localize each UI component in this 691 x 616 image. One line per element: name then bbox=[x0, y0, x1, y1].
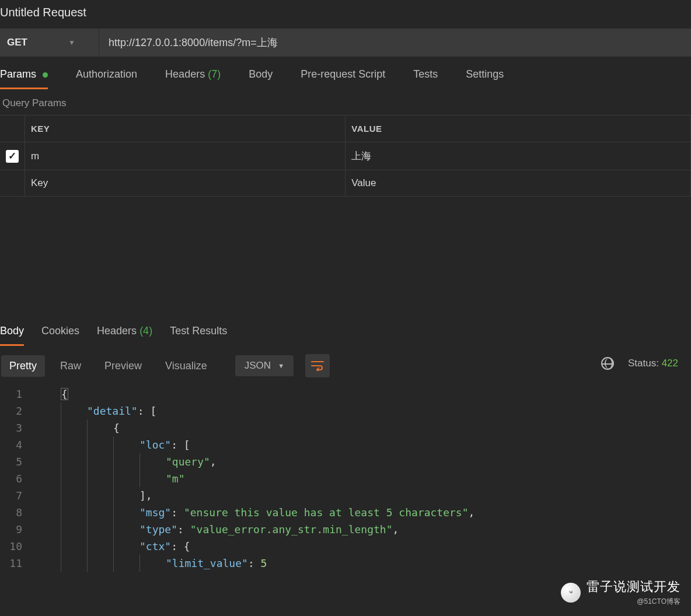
method-label: GET bbox=[7, 37, 27, 48]
row-checkbox[interactable]: ✓ bbox=[6, 150, 19, 163]
col-value: VALUE bbox=[346, 116, 691, 142]
resp-headers-count: (4) bbox=[139, 325, 152, 337]
view-visualize[interactable]: Visualize bbox=[165, 360, 207, 372]
resp-tab-headers[interactable]: Headers (4) bbox=[97, 325, 152, 344]
table-header-row: KEY VALUE bbox=[0, 116, 691, 142]
line-number: 3 bbox=[0, 419, 35, 436]
watermark-sub: @51CTO博客 bbox=[587, 597, 680, 607]
status-label: Status: bbox=[628, 358, 659, 369]
request-title: Untitled Request bbox=[0, 0, 691, 29]
param-key[interactable]: m bbox=[25, 142, 346, 170]
param-value[interactable]: 上海 bbox=[346, 142, 691, 170]
line-number: 10 bbox=[0, 538, 35, 555]
tab-body[interactable]: Body bbox=[249, 68, 273, 88]
line-number: 6 bbox=[0, 470, 35, 487]
line-number: 1 bbox=[0, 386, 35, 402]
wrap-lines-button[interactable] bbox=[305, 354, 330, 377]
format-select[interactable]: JSON ▼ bbox=[235, 355, 294, 376]
wrap-icon bbox=[311, 360, 324, 371]
tab-settings[interactable]: Settings bbox=[466, 68, 504, 88]
table-row[interactable]: ✓ m 上海 bbox=[0, 142, 691, 170]
response-body[interactable]: 1{ 2"detail": [ 3{ 4"loc": [ 5"query", 6… bbox=[0, 383, 691, 572]
chevron-down-icon: ▼ bbox=[278, 362, 284, 369]
col-key: KEY bbox=[25, 116, 346, 142]
response-tabs: Body Cookies Headers (4) Test Results bbox=[0, 313, 691, 346]
tab-params[interactable]: Params bbox=[0, 68, 48, 89]
resp-tab-body[interactable]: Body bbox=[0, 325, 24, 346]
method-select[interactable]: GET ▼ bbox=[0, 29, 99, 57]
line-number: 7 bbox=[0, 487, 35, 504]
response-status: Status: 422 bbox=[601, 357, 678, 370]
wechat-icon: ༄ bbox=[561, 583, 581, 603]
table-row-empty[interactable]: Key Value bbox=[0, 170, 691, 197]
line-number: 5 bbox=[0, 453, 35, 470]
tab-tests[interactable]: Tests bbox=[413, 68, 438, 88]
watermark-text: 雷子说测试开发 bbox=[587, 579, 680, 594]
query-params-label: Query Params bbox=[0, 89, 691, 115]
param-key-placeholder[interactable]: Key bbox=[25, 170, 346, 197]
resp-tab-headers-label: Headers bbox=[97, 325, 137, 337]
resp-tab-test-results[interactable]: Test Results bbox=[170, 325, 227, 344]
watermark: ༄ 雷子说测试开发 @51CTO博客 bbox=[561, 578, 680, 607]
line-number: 4 bbox=[0, 436, 35, 453]
globe-icon[interactable] bbox=[601, 357, 614, 370]
view-raw[interactable]: Raw bbox=[60, 360, 81, 372]
param-value-placeholder[interactable]: Value bbox=[346, 170, 691, 197]
line-number: 11 bbox=[0, 555, 35, 572]
view-preview[interactable]: Preview bbox=[104, 360, 142, 372]
chevron-down-icon: ▼ bbox=[68, 38, 75, 47]
view-pretty[interactable]: Pretty bbox=[1, 355, 45, 377]
status-code: 422 bbox=[662, 358, 678, 369]
format-label: JSON bbox=[245, 360, 271, 372]
query-params-table: KEY VALUE ✓ m 上海 Key Value bbox=[0, 115, 691, 197]
params-active-dot-icon bbox=[43, 72, 48, 78]
line-number: 9 bbox=[0, 521, 35, 538]
request-tabs: Params Authorization Headers (7) Body Pr… bbox=[0, 57, 691, 89]
line-number: 8 bbox=[0, 504, 35, 521]
line-number: 2 bbox=[0, 402, 35, 419]
headers-count: (7) bbox=[208, 68, 221, 80]
tab-prerequest[interactable]: Pre-request Script bbox=[301, 68, 385, 88]
tab-authorization[interactable]: Authorization bbox=[76, 68, 137, 88]
tab-headers[interactable]: Headers (7) bbox=[165, 68, 221, 88]
resp-tab-cookies[interactable]: Cookies bbox=[41, 325, 79, 344]
viewer-bar: Pretty Raw Preview Visualize JSON ▼ bbox=[0, 346, 691, 383]
request-bar: GET ▼ bbox=[0, 29, 691, 57]
tab-headers-label: Headers bbox=[165, 68, 205, 80]
tab-params-label: Params bbox=[0, 68, 36, 80]
url-input[interactable] bbox=[99, 29, 691, 57]
